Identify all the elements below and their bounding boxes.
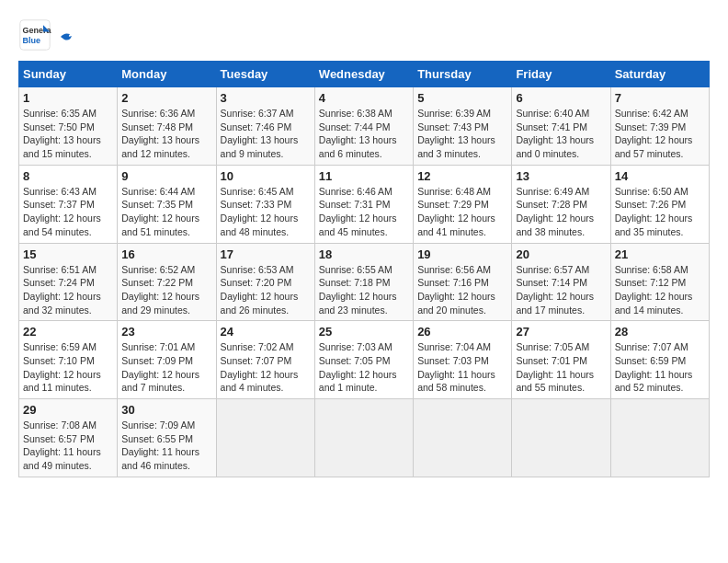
calendar-cell-5: 5Sunrise: 6:39 AM Sunset: 7:43 PM Daylig… [414,87,512,166]
calendar-cell-empty [314,399,413,477]
calendar-cell-1: 1Sunrise: 6:35 AM Sunset: 7:50 PM Daylig… [19,87,118,166]
column-header-wednesday: Wednesday [314,62,413,87]
calendar-cell-27: 27Sunrise: 7:05 AM Sunset: 7:01 PM Dayli… [512,321,610,399]
calendar-cell-7: 7Sunrise: 6:42 AM Sunset: 7:39 PM Daylig… [610,87,709,166]
day-info: Sunrise: 7:09 AM Sunset: 6:55 PM Dayligh… [121,419,211,473]
day-info: Sunrise: 6:53 AM Sunset: 7:20 PM Dayligh… [221,263,311,317]
calendar-cell-25: 25Sunrise: 7:03 AM Sunset: 7:05 PM Dayli… [314,321,413,399]
day-number: 6 [516,91,606,105]
calendar-cell-4: 4Sunrise: 6:38 AM Sunset: 7:44 PM Daylig… [314,87,413,166]
column-header-saturday: Saturday [610,62,709,87]
day-info: Sunrise: 7:01 AM Sunset: 7:09 PM Dayligh… [121,340,211,395]
calendar-cell-29: 29Sunrise: 7:08 AM Sunset: 6:57 PM Dayli… [19,399,118,477]
day-number: 10 [221,169,311,183]
day-info: Sunrise: 6:59 AM Sunset: 7:10 PM Dayligh… [23,340,113,395]
calendar-cell-2: 2Sunrise: 6:36 AM Sunset: 7:48 PM Daylig… [118,87,216,166]
logo-icon: General Blue [18,18,51,52]
calendar-cell-3: 3Sunrise: 6:37 AM Sunset: 7:46 PM Daylig… [216,87,314,166]
day-info: Sunrise: 6:42 AM Sunset: 7:39 PM Dayligh… [615,107,705,161]
day-info: Sunrise: 7:04 AM Sunset: 7:03 PM Dayligh… [417,340,507,395]
day-number: 7 [615,91,705,105]
day-info: Sunrise: 6:46 AM Sunset: 7:31 PM Dayligh… [319,185,409,239]
day-number: 11 [319,169,409,183]
day-info: Sunrise: 6:52 AM Sunset: 7:22 PM Dayligh… [121,263,211,317]
day-info: Sunrise: 6:58 AM Sunset: 7:12 PM Dayligh… [615,263,705,317]
calendar-cell-9: 9Sunrise: 6:44 AM Sunset: 7:35 PM Daylig… [118,165,216,243]
day-number: 29 [23,403,113,417]
day-number: 9 [121,169,211,183]
calendar-cell-22: 22Sunrise: 6:59 AM Sunset: 7:10 PM Dayli… [19,321,118,399]
day-info: Sunrise: 6:57 AM Sunset: 7:14 PM Dayligh… [516,263,606,317]
calendar-cell-26: 26Sunrise: 7:04 AM Sunset: 7:03 PM Dayli… [414,321,512,399]
calendar-cell-15: 15Sunrise: 6:51 AM Sunset: 7:24 PM Dayli… [19,243,118,321]
day-number: 3 [221,91,311,105]
day-number: 2 [121,91,211,105]
day-number: 19 [417,247,507,261]
day-info: Sunrise: 7:02 AM Sunset: 7:07 PM Dayligh… [221,340,311,395]
day-info: Sunrise: 7:08 AM Sunset: 6:57 PM Dayligh… [23,419,113,473]
day-info: Sunrise: 6:49 AM Sunset: 7:28 PM Dayligh… [516,185,606,239]
calendar-cell-6: 6Sunrise: 6:40 AM Sunset: 7:41 PM Daylig… [512,87,610,166]
calendar-week-1: 1Sunrise: 6:35 AM Sunset: 7:50 PM Daylig… [19,87,710,166]
day-number: 26 [417,325,507,339]
day-number: 18 [319,247,409,261]
day-info: Sunrise: 6:38 AM Sunset: 7:44 PM Dayligh… [319,107,409,161]
day-number: 28 [615,325,705,339]
day-number: 4 [319,91,409,105]
day-info: Sunrise: 6:36 AM Sunset: 7:48 PM Dayligh… [121,107,211,161]
calendar-header-row: SundayMondayTuesdayWednesdayThursdayFrid… [19,62,710,87]
day-info: Sunrise: 6:51 AM Sunset: 7:24 PM Dayligh… [23,263,113,317]
calendar-cell-30: 30Sunrise: 7:09 AM Sunset: 6:55 PM Dayli… [118,399,216,477]
calendar-cell-19: 19Sunrise: 6:56 AM Sunset: 7:16 PM Dayli… [414,243,512,321]
day-number: 30 [121,403,211,417]
calendar-cell-empty [512,399,610,477]
calendar-table: SundayMondayTuesdayWednesdayThursdayFrid… [18,61,710,477]
day-number: 27 [516,325,606,339]
column-header-friday: Friday [512,62,610,87]
calendar-cell-14: 14Sunrise: 6:50 AM Sunset: 7:26 PM Dayli… [610,165,709,243]
calendar-cell-23: 23Sunrise: 7:01 AM Sunset: 7:09 PM Dayli… [118,321,216,399]
column-header-tuesday: Tuesday [216,62,314,87]
column-header-thursday: Thursday [414,62,512,87]
day-info: Sunrise: 7:05 AM Sunset: 7:01 PM Dayligh… [516,340,606,395]
day-number: 15 [23,247,113,261]
calendar-cell-11: 11Sunrise: 6:46 AM Sunset: 7:31 PM Dayli… [314,165,413,243]
day-number: 24 [221,325,311,339]
day-number: 8 [23,169,113,183]
column-header-sunday: Sunday [19,62,118,87]
day-number: 13 [516,169,606,183]
day-info: Sunrise: 6:44 AM Sunset: 7:35 PM Dayligh… [121,185,211,239]
calendar-cell-empty [216,399,314,477]
calendar-cell-18: 18Sunrise: 6:55 AM Sunset: 7:18 PM Dayli… [314,243,413,321]
calendar-cell-16: 16Sunrise: 6:52 AM Sunset: 7:22 PM Dayli… [118,243,216,321]
day-number: 1 [23,91,113,105]
calendar-cell-8: 8Sunrise: 6:43 AM Sunset: 7:37 PM Daylig… [19,165,118,243]
day-info: Sunrise: 6:55 AM Sunset: 7:18 PM Dayligh… [319,263,409,317]
day-info: Sunrise: 6:37 AM Sunset: 7:46 PM Dayligh… [221,107,311,161]
day-number: 16 [121,247,211,261]
calendar-cell-24: 24Sunrise: 7:02 AM Sunset: 7:07 PM Dayli… [216,321,314,399]
calendar-week-5: 29Sunrise: 7:08 AM Sunset: 6:57 PM Dayli… [19,399,710,477]
day-number: 12 [417,169,507,183]
day-info: Sunrise: 6:35 AM Sunset: 7:50 PM Dayligh… [23,107,113,161]
calendar-cell-17: 17Sunrise: 6:53 AM Sunset: 7:20 PM Dayli… [216,243,314,321]
day-info: Sunrise: 6:39 AM Sunset: 7:43 PM Dayligh… [417,107,507,161]
column-header-monday: Monday [118,62,216,87]
calendar-cell-20: 20Sunrise: 6:57 AM Sunset: 7:14 PM Dayli… [512,243,610,321]
calendar-week-2: 8Sunrise: 6:43 AM Sunset: 7:37 PM Daylig… [19,165,710,243]
day-number: 20 [516,247,606,261]
logo: General Blue [18,18,75,52]
calendar-cell-empty [414,399,512,477]
day-number: 5 [417,91,507,105]
day-number: 17 [221,247,311,261]
day-info: Sunrise: 6:48 AM Sunset: 7:29 PM Dayligh… [417,185,507,239]
day-number: 14 [615,169,705,183]
calendar-cell-12: 12Sunrise: 6:48 AM Sunset: 7:29 PM Dayli… [414,165,512,243]
day-number: 22 [23,325,113,339]
day-info: Sunrise: 6:45 AM Sunset: 7:33 PM Dayligh… [221,185,311,239]
calendar-cell-empty [610,399,709,477]
day-info: Sunrise: 6:40 AM Sunset: 7:41 PM Dayligh… [516,107,606,161]
calendar-cell-28: 28Sunrise: 7:07 AM Sunset: 6:59 PM Dayli… [610,321,709,399]
day-number: 25 [319,325,409,339]
day-number: 23 [121,325,211,339]
